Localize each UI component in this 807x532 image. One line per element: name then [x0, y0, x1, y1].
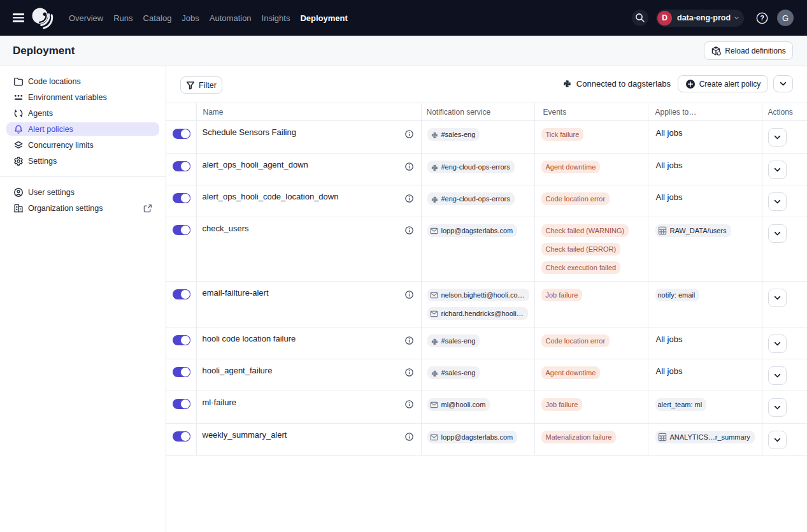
svg-text:?: ? [760, 14, 764, 22]
